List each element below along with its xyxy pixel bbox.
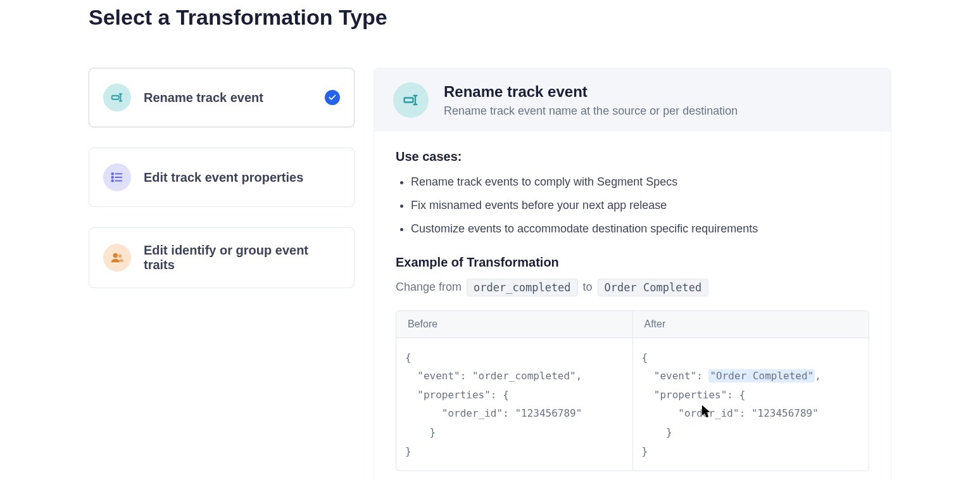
transformation-detail-panel: Rename track event Rename track event na… [374,68,891,480]
page-title: Select a Transformation Type [89,5,891,30]
rename-icon [103,84,131,111]
use-case-item: Customize events to accommodate destinat… [411,221,869,237]
change-from-chip: order_completed [467,279,578,296]
change-mid: to [583,281,593,294]
option-rename-track-event[interactable]: Rename track event [89,68,355,127]
svg-point-5 [111,177,113,179]
after-code: { "event": "Order Completed", "propertie… [633,338,869,471]
transformation-options-list: Rename track event [89,68,355,308]
list-icon [103,163,131,191]
option-label: Edit track event properties [144,170,340,185]
detail-subtitle: Rename track event name at the source or… [444,104,738,118]
option-edit-track-properties[interactable]: Edit track event properties [89,148,355,207]
detail-header: Rename track event Rename track event na… [374,68,891,132]
rename-icon [393,82,429,118]
svg-rect-9 [405,98,413,103]
svg-point-7 [113,253,118,258]
use-case-item: Rename track events to comply with Segme… [411,174,869,190]
highlighted-value: "Order Completed" [708,369,815,382]
detail-title: Rename track event [444,83,738,101]
option-edit-identify-traits[interactable]: Edit identify or group event traits [89,227,355,288]
selected-check-icon [325,90,340,105]
option-label: Rename track event [144,91,312,105]
svg-point-6 [111,180,113,182]
use-cases-list: Rename track events to comply with Segme… [396,174,869,237]
svg-rect-0 [112,96,119,99]
before-code: { "event": "order_completed", "propertie… [396,338,632,471]
svg-point-4 [111,173,113,175]
use-case-item: Fix misnamed events before your next app… [411,198,869,213]
svg-point-8 [118,255,122,258]
before-column: Before { "event": "order_completed", "pr… [396,311,633,471]
change-prefix: Change from [396,281,462,294]
use-cases-heading: Use cases: [396,149,869,164]
user-icon [103,244,131,272]
example-heading: Example of Transformation [396,255,869,270]
change-to-chip: Order Completed [598,279,709,296]
after-column: After { "event": "Order Completed", "pro… [633,311,869,471]
option-label: Edit identify or group event traits [144,243,340,272]
example-grid: Before { "event": "order_completed", "pr… [396,310,869,472]
change-description: Change from order_completed to Order Com… [396,279,869,296]
before-header: Before [396,311,632,338]
after-header: After [633,311,869,338]
